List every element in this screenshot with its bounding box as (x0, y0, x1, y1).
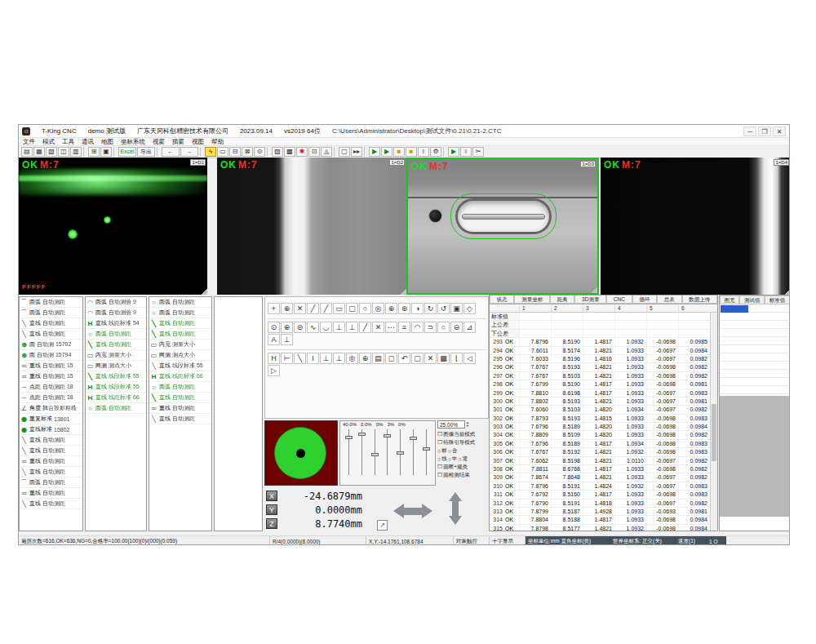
list-item[interactable]: ▭内宽测量大小 (149, 340, 211, 350)
checkbox-icon[interactable]: ☐ (437, 439, 442, 446)
list-item[interactable]: ╲直线自动测距 (20, 318, 82, 329)
menu-item[interactable]: 模式 (42, 138, 55, 146)
list-item[interactable]: ╲直线自动测距 (86, 340, 146, 350)
toolbar-button[interactable]: ⊡ (308, 147, 320, 157)
toolbar-button[interactable]: ▧ (46, 147, 57, 157)
table-row[interactable]: 302OK7.87938.51931.48151.0933-0.06980.09… (490, 415, 717, 423)
toolbar-button[interactable]: ‖ (418, 147, 429, 157)
tool-icon[interactable]: ▢ (346, 303, 358, 314)
tool-icon[interactable]: ◡ (320, 322, 332, 333)
camera-view-2[interactable]: OKM:7 1=D2 (217, 158, 406, 295)
toolbar-button[interactable]: ▸▸ (351, 147, 362, 157)
tool-icon[interactable]: ╱ (359, 322, 371, 333)
radio-icon[interactable]: ○ (437, 448, 441, 454)
slider-thumb[interactable] (345, 436, 353, 439)
table-row[interactable]: 上公差 (490, 321, 717, 329)
list-item[interactable]: ◉重复标准13801 (20, 414, 82, 424)
option-row[interactable]: ☐圆检测结果 (437, 471, 489, 479)
toolbar-button[interactable]: ⊠ (242, 147, 253, 157)
list-item[interactable]: ╲直线自动测距 (149, 414, 211, 424)
list-item[interactable]: ╲直线自动测距 (149, 329, 211, 340)
toolbar-button[interactable]: ◫ (58, 147, 69, 157)
jog-horizontal-arrows-icon[interactable] (393, 504, 432, 518)
light-slider[interactable] (371, 429, 379, 475)
list-item[interactable]: ∠角度舞台投影粗糙 (20, 403, 82, 414)
maximize-button[interactable]: ❐ (758, 127, 771, 136)
toolbar-button[interactable]: ■ (406, 147, 417, 157)
camera-view-4[interactable]: OKM:7 1=D4 (601, 158, 790, 295)
toolbar-button[interactable]: ▶ (381, 147, 392, 157)
tool-icon[interactable]: ⊃ (424, 322, 437, 333)
table-tab[interactable]: 数据上传 (682, 295, 717, 304)
spinner-down-icon[interactable]: ▼ (466, 424, 469, 428)
table-tab[interactable]: 3D测量 (574, 295, 606, 304)
tool-icon[interactable]: ╱ (307, 303, 319, 314)
list-item[interactable]: ═重线自动测距 (149, 403, 211, 414)
menu-item[interactable]: 帮助 (211, 138, 224, 146)
menu-item[interactable]: 地图 (101, 138, 113, 146)
table-row[interactable]: 标准值 (490, 313, 717, 321)
list-item[interactable]: ○圆弧自动测距 (86, 403, 146, 414)
tool-icon[interactable]: ╱ (320, 303, 332, 314)
toolbar-button[interactable]: ⊙ (254, 147, 265, 157)
tool-icon[interactable]: ⊥ (281, 334, 293, 345)
tool-icon[interactable]: ⊕ (281, 322, 293, 333)
tool-icon[interactable]: ╲ (294, 353, 306, 364)
tool-icon[interactable]: ◎ (346, 353, 358, 364)
tool-icon[interactable]: ⊕ (281, 303, 293, 314)
menu-item[interactable]: 文件 (23, 138, 35, 146)
list-item[interactable]: ⌒圆弧自动测距 (20, 477, 82, 488)
selected-cell-highlight[interactable] (721, 305, 748, 313)
list-item[interactable]: ⊕圆自动测 15794 (20, 350, 82, 361)
table-tab[interactable]: 循环 (632, 295, 657, 304)
tool-icon[interactable]: ⊛ (398, 303, 410, 314)
tool-icon[interactable]: ↻ (424, 303, 437, 314)
slider-thumb[interactable] (384, 434, 391, 437)
table-tab[interactable]: 总表 (657, 295, 681, 304)
list-item[interactable]: ▭内宽测量大小 (86, 350, 146, 361)
light-slider[interactable] (345, 429, 353, 475)
menu-item[interactable]: 视图 (192, 138, 204, 146)
list-item[interactable]: ○圆弧自动测距 (149, 308, 211, 318)
tool-icon[interactable]: ▭ (333, 303, 345, 314)
table-row[interactable]: 315OK7.87988.51771.48211.0932-0.06980.09… (490, 525, 717, 531)
list-item[interactable]: ╲直线自动测距 (20, 467, 82, 477)
tool-icon[interactable]: ▣ (450, 303, 463, 314)
camera-view-3-selected[interactable]: OKM:7 1=D3 (406, 158, 599, 295)
toolbar-button[interactable]: ◬ (321, 147, 332, 157)
resize-grip-icon[interactable] (201, 288, 207, 295)
toolbar-button[interactable]: Excel (118, 147, 136, 157)
list-item[interactable]: ○圆弧自动测距 (149, 297, 211, 308)
tool-icon[interactable]: ▩ (437, 353, 450, 364)
tool-icon[interactable]: ⊢ (281, 353, 293, 364)
tool-icon[interactable]: I (307, 353, 319, 364)
radio-icon[interactable]: ○ (448, 456, 451, 462)
table-row[interactable]: 309OK7.86747.86481.48211.0933-0.06970.09… (490, 473, 717, 482)
list-item[interactable]: ⌒圆弧自动测距 (20, 297, 82, 308)
tool-icon[interactable]: ◇ (463, 303, 476, 314)
light-slider[interactable] (423, 429, 430, 475)
table-row[interactable]: 303OK7.67968.51891.48201.0933-0.06980.09… (490, 423, 717, 431)
table-row[interactable]: 299OK7.88108.61981.48171.0933-0.06970.09… (490, 389, 717, 398)
slider-thumb[interactable] (358, 433, 366, 436)
list-item[interactable]: ⌒圆弧自动测距 (20, 308, 82, 318)
menu-item[interactable]: 插窗 (172, 138, 184, 146)
radio-icon[interactable]: ○ (437, 456, 441, 462)
toolbar-button[interactable]: ▦ (33, 147, 45, 157)
camera-view-1[interactable]: OKM:7 1=D1 FFFFF (19, 158, 207, 295)
tool-icon[interactable]: ◻ (385, 353, 397, 364)
table-row[interactable]: 300OK7.88028.51931.48211.0933-0.06970.09… (490, 398, 717, 406)
table-tab[interactable]: CNC (606, 295, 632, 304)
tool-icon[interactable]: ○ (359, 303, 371, 314)
list-item[interactable]: ┄点距自动测距 18 (20, 382, 82, 393)
tool-icon[interactable]: ✕ (372, 322, 384, 333)
toolbar-button[interactable]: ▶ (369, 147, 380, 157)
toolbar-button[interactable]: ✂ (472, 147, 484, 157)
toolbar-button[interactable]: ▶ (448, 147, 459, 157)
tool-icon[interactable]: ↶ (398, 353, 410, 364)
menu-item[interactable]: 通讯 (82, 138, 94, 146)
tool-icon[interactable]: ↺ (437, 303, 450, 314)
tool-icon[interactable]: ⋯ (385, 322, 397, 333)
slider-thumb[interactable] (410, 437, 417, 440)
toolbar-button[interactable]: ▢ (339, 147, 350, 157)
